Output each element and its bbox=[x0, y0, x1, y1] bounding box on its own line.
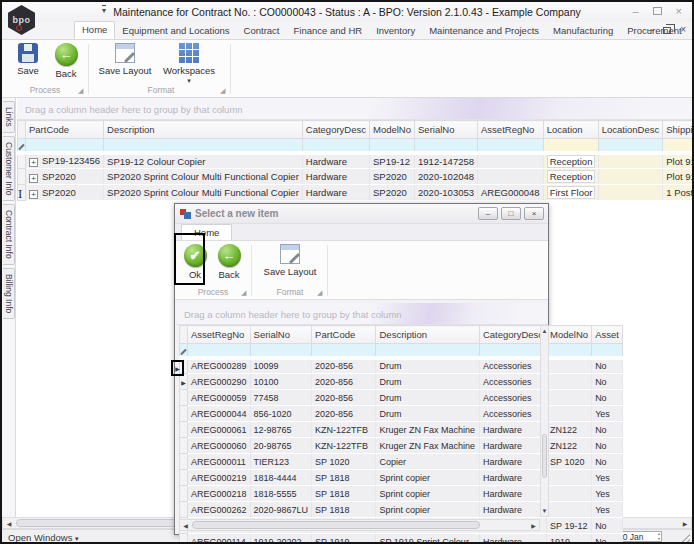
grid-row[interactable]: AREG000044856-10202020-856DrumAccessorie… bbox=[180, 406, 623, 422]
grid-cell[interactable]: SP2020 bbox=[370, 185, 415, 201]
grid-cell[interactable]: SP19-12 Colour Copier bbox=[104, 153, 303, 169]
grid-cell[interactable] bbox=[547, 502, 592, 518]
grid-cell[interactable]: Reception bbox=[543, 153, 598, 169]
grid-cell[interactable]: 2020-102048 bbox=[415, 169, 478, 185]
grid-cell[interactable]: SP2020 bbox=[370, 169, 415, 185]
mdi-minimize-icon[interactable]: – bbox=[649, 25, 655, 35]
grid-cell[interactable]: 10099 bbox=[250, 358, 312, 374]
grid-cell[interactable]: Drum bbox=[376, 390, 479, 406]
group-launcher-icon[interactable]: ◢ bbox=[241, 289, 246, 297]
grid-cell[interactable]: ZN122 bbox=[547, 438, 592, 454]
grid-row[interactable]: AREG00006112-98765KZN-122TFBKruger ZN Fa… bbox=[180, 422, 623, 438]
filter-cell[interactable] bbox=[479, 344, 546, 358]
column-header[interactable]: Asset bbox=[592, 326, 623, 344]
grid-cell[interactable]: Accessories bbox=[479, 406, 546, 422]
dialog-horizontal-scrollbar[interactable]: ◀ ▶ bbox=[179, 519, 540, 531]
filter-cell[interactable] bbox=[370, 139, 415, 153]
grid-cell[interactable]: Sprint copier bbox=[376, 502, 479, 518]
grid-cell[interactable]: 20-98765 bbox=[250, 438, 312, 454]
maximize-icon[interactable] bbox=[653, 7, 662, 15]
grid-cell[interactable]: 1818-5555 bbox=[250, 486, 312, 502]
grid-cell[interactable] bbox=[598, 169, 663, 185]
column-header[interactable]: ModelNo bbox=[547, 326, 592, 344]
grid-cell[interactable]: Yes bbox=[592, 502, 623, 518]
grid-cell[interactable]: Hardware bbox=[479, 438, 546, 454]
grid-cell[interactable]: Plot 91 Leaf Road, Forest Hills, ... bbox=[663, 169, 694, 185]
side-tab[interactable]: Customer Info bbox=[3, 136, 15, 201]
grid-cell[interactable] bbox=[478, 169, 544, 185]
minimize-icon[interactable]: – bbox=[632, 5, 638, 17]
grid-cell[interactable]: SP 1818 bbox=[312, 470, 376, 486]
group-launcher-icon[interactable]: ◢ bbox=[220, 87, 225, 95]
grid-cell[interactable]: 2020-856 bbox=[312, 406, 376, 422]
side-tab[interactable]: Links bbox=[3, 101, 15, 133]
grid-cell[interactable]: No bbox=[592, 374, 623, 390]
grid-cell[interactable]: 2020-103053 bbox=[415, 185, 478, 201]
filter-cell[interactable] bbox=[302, 139, 369, 153]
group-launcher-icon[interactable]: ◢ bbox=[78, 87, 83, 95]
grid-cell[interactable] bbox=[547, 470, 592, 486]
location-box[interactable]: Reception bbox=[547, 170, 595, 183]
grid-cell[interactable]: AREG000290 bbox=[188, 374, 251, 390]
open-windows-button[interactable]: Open Windows ▾ bbox=[8, 532, 79, 543]
grid-cell[interactable]: AREG000044 bbox=[188, 406, 251, 422]
grid-cell[interactable]: 1919-20202 bbox=[250, 534, 312, 544]
dialog-back-button[interactable]: ← Back bbox=[214, 244, 244, 280]
grid-cell[interactable]: SP 1818 bbox=[312, 486, 376, 502]
column-header[interactable]: LocationDesc bbox=[598, 121, 663, 139]
ribbon-tab[interactable]: Inventory bbox=[369, 23, 422, 39]
grid-cell[interactable]: Yes bbox=[592, 470, 623, 486]
grid-cell[interactable]: Kruger ZN Fax Machine bbox=[376, 422, 479, 438]
grid-cell[interactable]: Copier bbox=[376, 454, 479, 470]
grid-cell[interactable] bbox=[547, 358, 592, 374]
filter-cell[interactable] bbox=[250, 344, 312, 358]
grid-cell[interactable]: 1912-147258 bbox=[415, 153, 478, 169]
grid-cell[interactable]: Yes bbox=[592, 406, 623, 422]
grid-cell[interactable]: No bbox=[592, 438, 623, 454]
grid-cell[interactable]: SP 1818 bbox=[312, 502, 376, 518]
grid-cell[interactable]: SP 1919 Sprint Colour... bbox=[376, 534, 479, 544]
grid-cell[interactable]: SP2020 Sprint Colour Multi Functional Co… bbox=[104, 169, 303, 185]
grid-cell[interactable]: 12-98765 bbox=[250, 422, 312, 438]
grid-row[interactable]: AREG0002181818-5555SP 1818Sprint copierH… bbox=[180, 486, 623, 502]
ribbon-tab[interactable]: Finance and HR bbox=[286, 23, 369, 39]
grid-cell[interactable]: AREG000218 bbox=[188, 486, 251, 502]
grid-cell[interactable]: Hardware bbox=[302, 153, 369, 169]
filter-cell[interactable] bbox=[376, 344, 479, 358]
grid-cell[interactable]: No bbox=[592, 390, 623, 406]
grid-row[interactable]: AREG0001141919-20202SP 1919SP 1919 Sprin… bbox=[180, 534, 623, 544]
grid-cell[interactable]: AREG000262 bbox=[188, 502, 251, 518]
grid-cell[interactable]: KZN-122TFB bbox=[312, 422, 376, 438]
grid-cell[interactable]: No bbox=[592, 518, 623, 534]
grid-cell[interactable]: Yes bbox=[592, 486, 623, 502]
grid-cell[interactable]: KZN-122TFB bbox=[312, 438, 376, 454]
grid-cell[interactable]: AREG000059 bbox=[188, 390, 251, 406]
column-header[interactable]: Description bbox=[376, 326, 479, 344]
side-tab[interactable]: Contract Info bbox=[3, 204, 15, 265]
grid-row[interactable]: AREG0002622020-9867LUSP 1818Sprint copie… bbox=[180, 502, 623, 518]
filter-cell[interactable] bbox=[415, 139, 478, 153]
mdi-close-icon[interactable]: × bbox=[680, 25, 686, 35]
filter-cell[interactable] bbox=[104, 139, 303, 153]
grid-cell[interactable]: No bbox=[592, 422, 623, 438]
grid-row[interactable]: AREG000289100992020-856DrumAccessoriesNo bbox=[180, 358, 623, 374]
grid-cell[interactable]: AREG000060 bbox=[188, 438, 251, 454]
dialog-close-icon[interactable]: × bbox=[524, 207, 544, 220]
ribbon-tab[interactable]: Equipment and Locations bbox=[115, 23, 236, 39]
grid-row[interactable]: ▶AREG000290101002020-856DrumAccessoriesN… bbox=[180, 374, 623, 390]
grid-cell[interactable]: SP 1919 bbox=[312, 534, 376, 544]
grid-cell[interactable]: SP 19-12 bbox=[547, 518, 592, 534]
grid-cell[interactable]: Drum bbox=[376, 374, 479, 390]
dialog-save-layout-button[interactable]: Save Layout bbox=[259, 244, 321, 277]
side-tab[interactable]: Billing Info bbox=[3, 268, 15, 319]
grid-cell[interactable]: 2020-856 bbox=[312, 358, 376, 374]
grid-cell[interactable]: Hardware bbox=[302, 169, 369, 185]
scroll-right-icon[interactable]: ▶ bbox=[529, 521, 538, 531]
ribbon-tab[interactable]: Sales bbox=[689, 23, 694, 39]
grid-cell[interactable]: 2020-856 bbox=[312, 374, 376, 390]
scroll-up-icon[interactable]: ▲ bbox=[541, 326, 548, 336]
filter-cell[interactable] bbox=[312, 344, 376, 358]
grid-cell[interactable] bbox=[598, 185, 663, 201]
ribbon-tab[interactable]: Contract bbox=[237, 23, 287, 39]
grid-cell[interactable]: Accessories bbox=[479, 358, 546, 374]
